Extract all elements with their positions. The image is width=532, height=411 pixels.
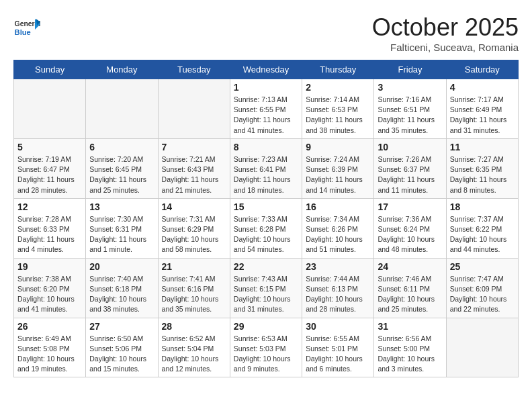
calendar-cell: 15Sunrise: 7:33 AM Sunset: 6:28 PM Dayli… (230, 198, 302, 258)
day-of-week-header: Friday (374, 60, 446, 79)
month-title: October 2025 (372, 13, 519, 42)
day-number: 9 (306, 142, 370, 152)
day-of-week-header: Thursday (302, 60, 374, 79)
calendar-week-row: 5Sunrise: 7:19 AM Sunset: 6:47 PM Daylig… (14, 138, 519, 198)
calendar-cell (86, 79, 158, 139)
day-info: Sunrise: 6:55 AM Sunset: 5:01 PM Dayligh… (306, 334, 370, 375)
day-of-week-header: Monday (86, 60, 158, 79)
calendar-week-row: 1Sunrise: 7:13 AM Sunset: 6:55 PM Daylig… (14, 79, 519, 139)
day-of-week-header: Saturday (446, 60, 518, 79)
day-number: 20 (89, 261, 154, 272)
day-number: 26 (17, 321, 82, 332)
day-info: Sunrise: 7:44 AM Sunset: 6:13 PM Dayligh… (306, 274, 370, 315)
calendar-cell: 11Sunrise: 7:27 AM Sunset: 6:35 PM Dayli… (446, 138, 518, 198)
calendar-cell: 26Sunrise: 6:49 AM Sunset: 5:08 PM Dayli… (14, 318, 86, 377)
calendar-cell (158, 79, 230, 139)
day-info: Sunrise: 7:21 AM Sunset: 6:43 PM Dayligh… (162, 154, 226, 195)
day-info: Sunrise: 7:37 AM Sunset: 6:22 PM Dayligh… (450, 214, 515, 255)
day-number: 10 (378, 142, 442, 152)
calendar-cell (446, 318, 518, 377)
calendar-cell: 9Sunrise: 7:24 AM Sunset: 6:39 PM Daylig… (302, 138, 374, 198)
day-number: 12 (17, 201, 82, 212)
day-number: 30 (306, 321, 370, 332)
day-number: 24 (378, 261, 442, 272)
day-number: 11 (450, 142, 515, 152)
header-row: SundayMondayTuesdayWednesdayThursdayFrid… (14, 60, 519, 79)
day-number: 19 (17, 261, 82, 272)
calendar-week-row: 26Sunrise: 6:49 AM Sunset: 5:08 PM Dayli… (14, 318, 519, 377)
calendar-cell: 23Sunrise: 7:44 AM Sunset: 6:13 PM Dayli… (302, 258, 374, 318)
calendar-cell: 10Sunrise: 7:26 AM Sunset: 6:37 PM Dayli… (374, 138, 446, 198)
day-number: 14 (162, 201, 226, 212)
calendar-cell: 22Sunrise: 7:43 AM Sunset: 6:15 PM Dayli… (230, 258, 302, 318)
calendar-cell: 25Sunrise: 7:47 AM Sunset: 6:09 PM Dayli… (446, 258, 518, 318)
day-info: Sunrise: 7:26 AM Sunset: 6:37 PM Dayligh… (378, 154, 442, 195)
calendar-cell: 30Sunrise: 6:55 AM Sunset: 5:01 PM Dayli… (302, 318, 374, 377)
day-number: 13 (89, 201, 154, 212)
calendar-cell: 12Sunrise: 7:28 AM Sunset: 6:33 PM Dayli… (14, 198, 86, 258)
day-info: Sunrise: 7:28 AM Sunset: 6:33 PM Dayligh… (17, 214, 82, 255)
calendar-cell: 20Sunrise: 7:40 AM Sunset: 6:18 PM Dayli… (86, 258, 158, 318)
day-number: 25 (450, 261, 515, 272)
day-number: 31 (378, 321, 442, 332)
day-number: 7 (162, 142, 226, 152)
day-info: Sunrise: 7:40 AM Sunset: 6:18 PM Dayligh… (89, 274, 154, 315)
calendar-cell: 1Sunrise: 7:13 AM Sunset: 6:55 PM Daylig… (230, 79, 302, 139)
day-number: 29 (234, 321, 298, 332)
day-info: Sunrise: 7:46 AM Sunset: 6:11 PM Dayligh… (378, 274, 442, 315)
day-info: Sunrise: 7:38 AM Sunset: 6:20 PM Dayligh… (17, 274, 82, 315)
day-number: 16 (306, 201, 370, 212)
day-info: Sunrise: 7:47 AM Sunset: 6:09 PM Dayligh… (450, 274, 515, 315)
day-info: Sunrise: 6:49 AM Sunset: 5:08 PM Dayligh… (17, 334, 82, 375)
calendar-cell (14, 79, 86, 139)
day-info: Sunrise: 7:30 AM Sunset: 6:31 PM Dayligh… (89, 214, 154, 255)
day-number: 5 (17, 142, 82, 152)
day-info: Sunrise: 7:41 AM Sunset: 6:16 PM Dayligh… (162, 274, 226, 315)
calendar-cell: 24Sunrise: 7:46 AM Sunset: 6:11 PM Dayli… (374, 258, 446, 318)
calendar-table: SundayMondayTuesdayWednesdayThursdayFrid… (13, 60, 519, 377)
calendar-cell: 5Sunrise: 7:19 AM Sunset: 6:47 PM Daylig… (14, 138, 86, 198)
calendar-cell: 31Sunrise: 6:56 AM Sunset: 5:00 PM Dayli… (374, 318, 446, 377)
day-info: Sunrise: 6:52 AM Sunset: 5:04 PM Dayligh… (162, 334, 226, 375)
day-info: Sunrise: 7:17 AM Sunset: 6:49 PM Dayligh… (450, 95, 515, 136)
title-block: October 2025 Falticeni, Suceava, Romania (372, 13, 519, 53)
location: Falticeni, Suceava, Romania (372, 42, 519, 53)
calendar-cell: 2Sunrise: 7:14 AM Sunset: 6:53 PM Daylig… (302, 79, 374, 139)
calendar-cell: 4Sunrise: 7:17 AM Sunset: 6:49 PM Daylig… (446, 79, 518, 139)
day-number: 23 (306, 261, 370, 272)
day-info: Sunrise: 7:36 AM Sunset: 6:24 PM Dayligh… (378, 214, 442, 255)
day-info: Sunrise: 6:50 AM Sunset: 5:06 PM Dayligh… (89, 334, 154, 375)
calendar-cell: 16Sunrise: 7:34 AM Sunset: 6:26 PM Dayli… (302, 198, 374, 258)
day-info: Sunrise: 7:13 AM Sunset: 6:55 PM Dayligh… (234, 95, 298, 136)
calendar-cell: 14Sunrise: 7:31 AM Sunset: 6:29 PM Dayli… (158, 198, 230, 258)
day-info: Sunrise: 7:20 AM Sunset: 6:45 PM Dayligh… (89, 154, 154, 195)
calendar-week-row: 19Sunrise: 7:38 AM Sunset: 6:20 PM Dayli… (14, 258, 519, 318)
day-info: Sunrise: 7:34 AM Sunset: 6:26 PM Dayligh… (306, 214, 370, 255)
calendar-cell: 8Sunrise: 7:23 AM Sunset: 6:41 PM Daylig… (230, 138, 302, 198)
calendar-cell: 28Sunrise: 6:52 AM Sunset: 5:04 PM Dayli… (158, 318, 230, 377)
day-of-week-header: Wednesday (230, 60, 302, 79)
day-info: Sunrise: 6:53 AM Sunset: 5:03 PM Dayligh… (234, 334, 298, 375)
calendar-cell: 3Sunrise: 7:16 AM Sunset: 6:51 PM Daylig… (374, 79, 446, 139)
page-header: General Blue October 2025 Falticeni, Suc… (13, 13, 519, 53)
day-info: Sunrise: 7:43 AM Sunset: 6:15 PM Dayligh… (234, 274, 298, 315)
day-info: Sunrise: 7:16 AM Sunset: 6:51 PM Dayligh… (378, 95, 442, 136)
calendar-cell: 27Sunrise: 6:50 AM Sunset: 5:06 PM Dayli… (86, 318, 158, 377)
calendar-cell: 21Sunrise: 7:41 AM Sunset: 6:16 PM Dayli… (158, 258, 230, 318)
day-info: Sunrise: 7:31 AM Sunset: 6:29 PM Dayligh… (162, 214, 226, 255)
day-of-week-header: Sunday (14, 60, 86, 79)
calendar-header: SundayMondayTuesdayWednesdayThursdayFrid… (14, 60, 519, 79)
calendar-cell: 13Sunrise: 7:30 AM Sunset: 6:31 PM Dayli… (86, 198, 158, 258)
calendar-cell: 17Sunrise: 7:36 AM Sunset: 6:24 PM Dayli… (374, 198, 446, 258)
day-info: Sunrise: 7:33 AM Sunset: 6:28 PM Dayligh… (234, 214, 298, 255)
logo: General Blue (13, 13, 43, 40)
day-info: Sunrise: 7:23 AM Sunset: 6:41 PM Dayligh… (234, 154, 298, 195)
day-number: 6 (89, 142, 154, 152)
calendar-body: 1Sunrise: 7:13 AM Sunset: 6:55 PM Daylig… (14, 79, 519, 377)
day-number: 18 (450, 201, 515, 212)
day-number: 4 (450, 82, 515, 93)
day-info: Sunrise: 7:14 AM Sunset: 6:53 PM Dayligh… (306, 95, 370, 136)
day-of-week-header: Tuesday (158, 60, 230, 79)
calendar-cell: 6Sunrise: 7:20 AM Sunset: 6:45 PM Daylig… (86, 138, 158, 198)
day-number: 2 (306, 82, 370, 93)
